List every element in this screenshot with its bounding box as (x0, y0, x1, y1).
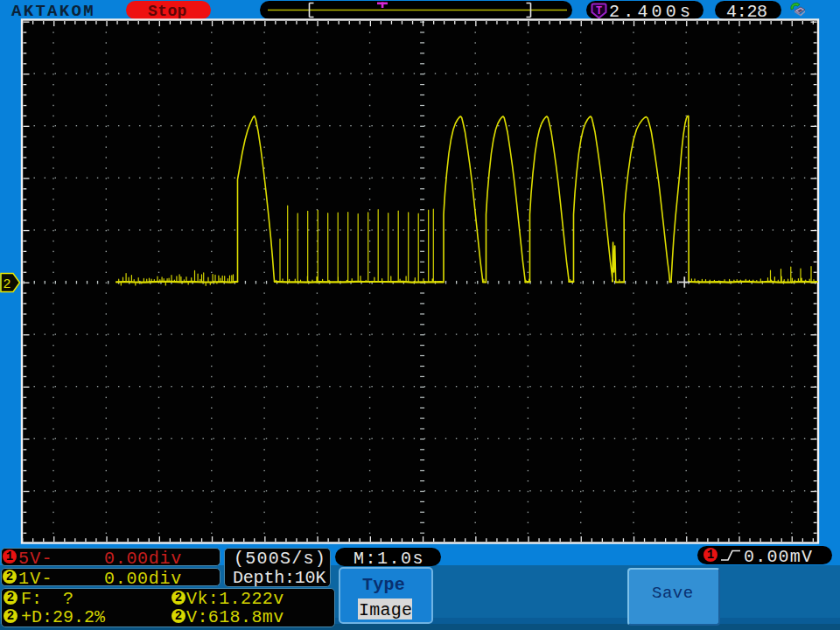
svg-text:2: 2 (3, 277, 10, 292)
